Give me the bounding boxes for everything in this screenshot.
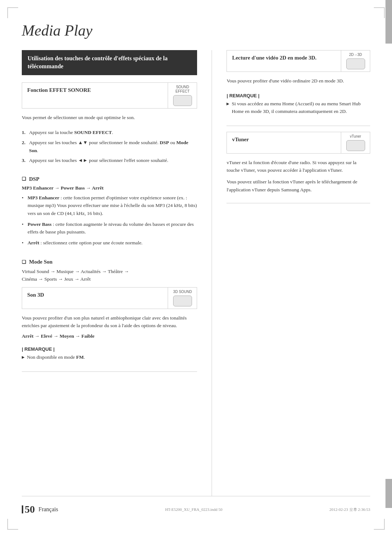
son3d-desc: Vous pouvez profiter d'un son plus natur… — [22, 314, 197, 330]
dsp-title: DSP — [22, 176, 197, 182]
lecture-2d-button-area: 2D→3D — [341, 50, 370, 72]
son3d-button-area: 3D SOUND — [168, 288, 197, 309]
son3d-feature-row: Son 3D 3D SOUND — [22, 287, 197, 309]
vtuner-btn-label: vTuner — [350, 134, 361, 139]
page-number: 50 — [25, 504, 35, 515]
mode-son-chain: Virtual Sound → Musique → Actualités → T… — [22, 268, 197, 283]
son3d-chain: Arrêt → Elevé → Moyen → Faible — [22, 333, 197, 339]
step-1: 1. Appuyez sur la touche SOUND EFFECT. — [22, 129, 197, 137]
vtuner-desc2: Vous pouvez utiliser la fonction vTuner … — [226, 178, 370, 194]
dsp-bullets: MP3 Enhancer : cette fonction permet d'o… — [22, 194, 197, 250]
sound-effect-steps: 1. Appuyez sur la touche SOUND EFFECT. 2… — [22, 129, 197, 166]
page-number-block: 50 Français — [22, 504, 58, 515]
sound-effect-label: Fonction EFFET SONORE — [22, 83, 168, 98]
footer-date: 2012-02-23 오후 2:36:53 — [330, 507, 370, 512]
sound-effect-feature-row: Fonction EFFET SONORE SOUNDEFFECT — [22, 82, 197, 109]
left-column: Utilisation des touches de contrôle d'ef… — [22, 50, 197, 496]
corner-mark-tl — [7, 7, 18, 8]
son3d-btn-label: 3D SOUND — [173, 290, 192, 294]
right-col-divider-2 — [226, 203, 370, 203]
corner-mark-tr2 — [384, 7, 385, 18]
lecture-2d-note-text: Si vous accédez au menu Home (Accueil) o… — [226, 100, 370, 115]
footer-filename: HT-E5200_XU_FRA_0223.indd 50 — [165, 507, 222, 512]
son3d-label: Son 3D — [22, 288, 168, 302]
right-column: Lecture d'une vidéo 2D en mode 3D. 2D→3D… — [212, 50, 370, 496]
corner-mark-br — [374, 529, 385, 530]
lecture-2d-desc: Vous pouvez profiter d'une vidéo ordinai… — [226, 77, 370, 85]
page: Media Play Utilisation des touches de co… — [0, 0, 392, 537]
side-deco-bottom-right — [385, 479, 392, 508]
side-deco-top-right — [385, 0, 392, 44]
dsp-bullet-mp3: MP3 Enhancer : cette fonction permet d'o… — [22, 194, 197, 217]
vtuner-desc1: vTuner est la fonction d'écoute d'une ra… — [226, 159, 370, 174]
corner-mark-bl2 — [7, 519, 8, 530]
corner-mark-tl2 — [7, 7, 8, 18]
page-footer: 50 Français HT-E5200_XU_FRA_0223.indd 50… — [22, 496, 370, 515]
lecture-2d-note-block: | REMARQUE | Si vous accédez au menu Hom… — [226, 93, 370, 115]
right-col-divider-1 — [226, 126, 370, 126]
lecture-2d-btn-shape — [346, 58, 365, 69]
son3d-btn-shape — [173, 296, 192, 306]
sound-effect-button-area: SOUNDEFFECT — [168, 83, 197, 108]
page-title: Media Play — [22, 22, 370, 39]
son3d-note-text: Non disponible en mode FM. — [22, 353, 197, 361]
lecture-2d-btn-label: 2D→3D — [349, 53, 362, 57]
page-language: Français — [38, 506, 58, 513]
step-3: 3. Appuyez sur les touches ◄► pour sélec… — [22, 156, 197, 164]
dsp-chain: MP3 Enhancer → Power Bass → Arrêt — [22, 185, 197, 191]
vtuner-btn-shape — [346, 140, 365, 151]
dsp-bullet-power-bass: Power Bass : cette fonction augmente le … — [22, 220, 197, 236]
dsp-bullet-arret: Arrêt : sélectionnez cette option pour u… — [22, 239, 197, 247]
corner-mark-tr — [374, 7, 385, 8]
vtuner-button-area: vTuner — [341, 132, 370, 153]
corner-mark-bl — [7, 529, 18, 530]
vtuner-feature-row: vTuner vTuner — [226, 132, 370, 154]
son3d-note-block: | REMARQUE | Non disponible en mode FM. — [22, 346, 197, 361]
sound-effect-btn-label: SOUNDEFFECT — [176, 85, 190, 94]
corner-mark-br2 — [384, 519, 385, 530]
page-number-bar — [22, 505, 23, 513]
mode-son-title: Mode Son — [22, 259, 197, 265]
section-header: Utilisation des touches de contrôle d'ef… — [22, 50, 197, 75]
son3d-note-header: | REMARQUE | — [22, 346, 197, 352]
step-2: 2. Appuyez sur les touches ▲▼ pour sélec… — [22, 139, 197, 154]
sound-effect-desc: Vous permet de sélectionner un mode qui … — [22, 114, 197, 122]
left-col-divider — [22, 371, 197, 372]
lecture-2d-feature-row: Lecture d'une vidéo 2D en mode 3D. 2D→3D — [226, 50, 370, 72]
lecture-2d-label: Lecture d'une vidéo 2D en mode 3D. — [227, 50, 341, 65]
content-columns: Utilisation des touches de contrôle d'ef… — [22, 50, 370, 496]
sound-effect-btn-shape — [173, 95, 192, 106]
lecture-2d-note-header: | REMARQUE | — [226, 93, 370, 98]
vtuner-label: vTuner — [227, 132, 341, 147]
